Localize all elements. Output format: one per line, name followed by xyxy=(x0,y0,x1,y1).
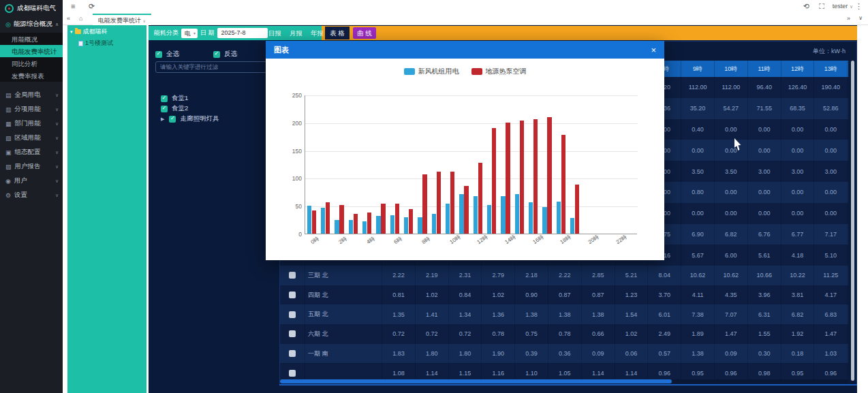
row-checkbox-icon[interactable] xyxy=(289,272,296,279)
bar-地源热泵空调-h4 xyxy=(367,213,372,234)
cell-h10: 7.07 xyxy=(715,304,748,324)
row-checkbox-icon[interactable] xyxy=(289,330,296,337)
cell-h12: 0.00 xyxy=(781,119,815,140)
hamburger-icon[interactable]: ≡ xyxy=(71,2,75,10)
tree-node-child[interactable]: 1号楼测试 xyxy=(67,37,146,48)
table-row-9[interactable]: 三期 北2.222.192.312.792.182.222.855.218.04… xyxy=(280,266,848,285)
row-checkbox-cell xyxy=(280,304,305,324)
checkbox-checked-icon[interactable] xyxy=(161,106,168,112)
cell-h9: 1.89 xyxy=(681,324,715,344)
chevron-down-icon: ∨ xyxy=(55,93,59,98)
filter-item-1[interactable]: 食堂2 xyxy=(161,104,188,113)
date-label: 日 期 xyxy=(200,29,215,37)
header-hour-12: 12時 xyxy=(781,61,815,77)
chevron-down-icon[interactable]: ∨ xyxy=(858,15,863,21)
row-checkbox-icon[interactable] xyxy=(289,370,296,377)
checkbox-checked-icon[interactable] xyxy=(161,95,168,102)
bar-地源热泵空调-h5 xyxy=(381,204,386,234)
cell-h1: 2.19 xyxy=(416,266,449,285)
sidebar-group-1[interactable]: ▥分项用能∨ xyxy=(0,102,63,116)
chevron-up-icon: ∧ xyxy=(55,22,59,27)
sidebar-group-label: 分项用能 xyxy=(15,105,41,114)
table-row-10[interactable]: 四期 北0.811.020.841.020.900.870.871.233.70… xyxy=(280,285,848,305)
tree-expand-icon[interactable]: ▾ xyxy=(70,29,73,35)
table-row-12[interactable]: 六期 北0.720.720.720.780.750.780.661.022.49… xyxy=(280,324,848,344)
close-icon[interactable]: × xyxy=(651,46,656,54)
sidebar-group-2[interactable]: ▦部门用能∨ xyxy=(0,116,63,131)
cell-h10: 6.82 xyxy=(715,224,748,245)
chevron-down-icon: ∨ xyxy=(55,121,59,127)
cell-h11: 1.55 xyxy=(748,324,781,344)
sidebar-group-4[interactable]: ▣组态配置∨ xyxy=(0,145,63,159)
report-tab-1[interactable]: 月报 xyxy=(290,29,303,38)
bar-地源热泵空调-h19 xyxy=(575,185,580,234)
filter-item-0[interactable]: 食堂1 xyxy=(161,94,188,103)
sidebar-group-label: 组态配置 xyxy=(15,148,41,157)
filter-item-2[interactable]: ▶走廊照明灯具 xyxy=(161,114,219,123)
chevrons-right-icon[interactable]: » xyxy=(847,15,850,22)
x-tick-14時: 14時 xyxy=(503,233,517,246)
bar-新风机组用电-h12 xyxy=(474,196,478,234)
sidebar-subitem-3[interactable]: 发费率报表 xyxy=(0,69,63,82)
horizontal-scrollbar[interactable] xyxy=(280,379,672,383)
row-checkbox-icon[interactable] xyxy=(289,311,296,318)
x-tick-18時: 18時 xyxy=(559,233,572,246)
curve-view-button[interactable]: 曲 线 xyxy=(353,27,376,39)
sidebar-group-7[interactable]: ⚙设置∨ xyxy=(0,188,63,202)
report-period-tabs: 日报月报年报 xyxy=(268,27,324,41)
cell-h5: 0.87 xyxy=(548,285,582,305)
cell-h10: 1.47 xyxy=(715,324,748,344)
app-logo: 成都瑞科电气 xyxy=(0,0,63,16)
home-icon[interactable]: ⌂ xyxy=(79,15,82,22)
kebab-menu-icon[interactable]: ⋮ xyxy=(855,2,863,11)
sidebar-group-3[interactable]: ▧区域用能∨ xyxy=(0,131,63,145)
cell-h12: 6.77 xyxy=(781,224,815,245)
date-input[interactable]: 2025-7-8 xyxy=(217,28,268,38)
refresh-icon[interactable]: ⟳ xyxy=(89,2,95,11)
sidebar-group-5[interactable]: ▨用户报告∨ xyxy=(0,159,63,174)
sidebar-subitem-1[interactable]: 电能发费率统计 xyxy=(0,45,63,57)
row-checkbox-icon[interactable] xyxy=(289,292,296,298)
chevrons-left-icon[interactable]: « xyxy=(67,15,70,22)
reset-icon[interactable]: ⟲ xyxy=(803,2,809,11)
tree-filter-input[interactable]: 请输入关键字进行过滤 xyxy=(155,61,267,73)
table-row-11[interactable]: 五期 北1.351.411.341.361.381.381.381.546.01… xyxy=(280,304,848,324)
cell-h10: 0.00 xyxy=(715,182,748,203)
legend-item-1[interactable]: 地源热泵空调 xyxy=(471,67,527,76)
invert-select-checkbox-row[interactable]: 反选 xyxy=(213,50,271,59)
table-row-13[interactable]: 一期 南1.831.801.801.900.390.360.090.060.57… xyxy=(280,344,848,364)
sidebar-subitem-2[interactable]: 同比分析 xyxy=(0,57,63,69)
bar-新风机组用电-h18 xyxy=(557,202,561,234)
checkbox-checked-icon[interactable] xyxy=(155,51,162,58)
cell-h9: 0.40 xyxy=(681,119,715,140)
y-tick-0: 0 xyxy=(284,231,302,238)
sidebar-group-0[interactable]: ▤全局用电∨ xyxy=(0,88,63,102)
legend-item-0[interactable]: 新风机组用电 xyxy=(404,67,459,76)
caret-right-icon[interactable]: ▶ xyxy=(161,116,164,122)
checkbox-checked-icon[interactable] xyxy=(169,116,176,123)
page-scroll-area[interactable] xyxy=(857,25,868,393)
sidebar-group-6[interactable]: ◉用户∨ xyxy=(0,174,63,188)
table-view-button[interactable]: 表 格 xyxy=(325,27,350,40)
bar-地源热泵空调-h3 xyxy=(354,214,358,234)
category-select[interactable]: 电 ▾ xyxy=(181,29,198,38)
user-menu[interactable]: tester ∨ xyxy=(833,3,853,10)
dialog-header[interactable]: 图表 × xyxy=(266,41,664,59)
sidebar-subitem-0[interactable]: 用能概况 xyxy=(0,33,63,45)
vertical-scrollbar[interactable] xyxy=(851,61,854,381)
tree-node-label: 1号楼测试 xyxy=(85,39,113,48)
bar-新风机组用电-h5 xyxy=(376,216,381,234)
bar-地源热泵空调-h13 xyxy=(492,128,497,234)
tree-node-root[interactable]: ▾ 成都瑞科 xyxy=(67,25,146,37)
report-tab-0[interactable]: 日报 xyxy=(268,29,281,38)
checkbox-checked-icon[interactable] xyxy=(213,51,220,58)
cell-h1: 1.02 xyxy=(416,285,449,305)
report-tab-2[interactable]: 年报 xyxy=(311,29,324,38)
fullscreen-icon[interactable]: ⛶ xyxy=(819,2,824,11)
sidebar-group-energy-overview[interactable]: ◎ 能源综合概况 ∧ xyxy=(0,16,63,33)
cell-h2: 0.72 xyxy=(449,324,482,344)
select-all-checkbox-row[interactable]: 全选 xyxy=(155,50,213,59)
row-checkbox-icon[interactable] xyxy=(289,350,296,357)
tab-active[interactable]: 电能发费率统计 ∨ xyxy=(93,14,151,25)
x-tick-22時: 22時 xyxy=(615,233,628,246)
